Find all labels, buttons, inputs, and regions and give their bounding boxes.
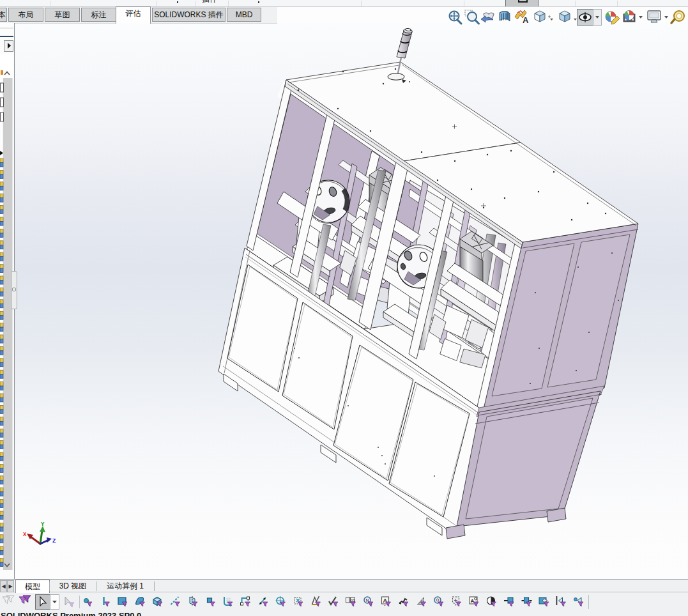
svg-text:A: A xyxy=(523,15,529,25)
svg-text:Z: Z xyxy=(52,538,56,544)
svg-text:Y: Y xyxy=(41,521,45,528)
svg-text:A: A xyxy=(471,598,475,604)
svg-text:X: X xyxy=(23,532,27,538)
svg-text:03: 03 xyxy=(351,599,355,603)
